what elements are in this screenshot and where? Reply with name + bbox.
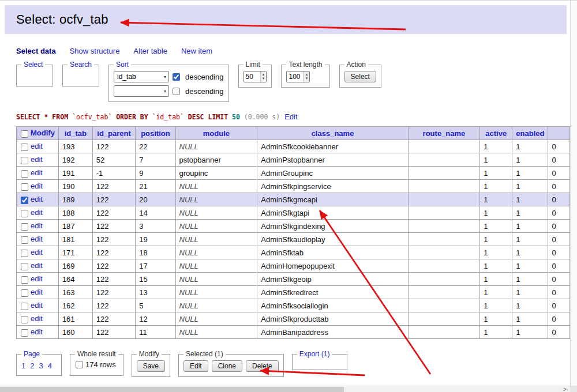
column-header-link[interactable]: module [203, 129, 230, 138]
sort-legend-link[interactable]: Sort [116, 61, 129, 69]
row-checkbox[interactable] [21, 223, 28, 231]
column-header[interactable]: position [136, 127, 175, 140]
column-header[interactable]: module [175, 127, 257, 140]
sort-column-select[interactable]: id_tab ▾ [114, 71, 169, 82]
column-header[interactable]: id_parent [92, 127, 136, 140]
descending-checkbox-2[interactable] [173, 88, 180, 95]
whole-result-checkbox[interactable] [76, 361, 83, 368]
cell-position: 13 [136, 286, 175, 299]
row-checkbox[interactable] [21, 303, 28, 310]
edit-link[interactable]: edit [31, 155, 43, 164]
sort-column-select-2[interactable]: ▾ [114, 85, 169, 97]
column-header[interactable] [548, 127, 570, 140]
edit-link[interactable]: edit [31, 142, 43, 150]
nav-select-data[interactable]: Select data [16, 47, 56, 55]
column-header[interactable]: active [480, 127, 512, 140]
row-checkbox[interactable] [21, 276, 28, 284]
column-header-link[interactable]: class_name [312, 129, 354, 138]
row-checkbox[interactable] [21, 329, 28, 337]
row-checkbox[interactable] [21, 170, 28, 178]
horizontal-scrollbar-thumb[interactable] [0, 387, 344, 392]
column-header[interactable]: enabled [512, 127, 548, 140]
row-checkbox[interactable] [21, 289, 28, 297]
vertical-scrollbar[interactable] [570, 1, 577, 386]
cell-id_tab: 193 [58, 140, 92, 153]
cell-id_tab: 164 [58, 273, 92, 286]
page-link[interactable]: 1 [21, 361, 25, 370]
scroll-right-arrow-icon[interactable]: > [560, 386, 570, 392]
horizontal-scrollbar[interactable]: > [0, 386, 570, 392]
row-checkbox[interactable] [21, 236, 28, 244]
cell-position: 14 [136, 206, 175, 220]
descending-checkbox-1[interactable] [173, 73, 180, 81]
edit-link[interactable]: edit [31, 248, 43, 257]
spin-down-icon[interactable]: ▼ [262, 77, 265, 81]
nav-new-item[interactable]: New item [181, 47, 212, 55]
cell-extra: 0 [548, 206, 570, 220]
column-header-link[interactable]: id_tab [65, 129, 87, 138]
row-checkbox[interactable] [21, 250, 28, 257]
page-link[interactable]: 2 [30, 361, 34, 370]
edit-link[interactable]: edit [31, 261, 43, 270]
edit-link[interactable]: edit [31, 301, 43, 310]
save-button[interactable]: Save [137, 360, 165, 372]
column-header-link[interactable]: enabled [516, 129, 544, 138]
row-checkbox[interactable] [21, 183, 28, 191]
edit-link[interactable]: edit [31, 274, 43, 283]
search-legend-link[interactable]: Search [70, 61, 92, 69]
cell-active: 1 [480, 299, 512, 312]
select-all-checkbox[interactable] [21, 130, 28, 138]
column-header-link[interactable]: position [141, 129, 170, 138]
cell-route_name [408, 153, 480, 167]
row-checkbox[interactable] [21, 210, 28, 217]
edit-query-link[interactable]: Edit [284, 112, 297, 121]
column-header[interactable]: class_name [257, 127, 408, 140]
column-header-link[interactable]: route_name [423, 129, 466, 138]
row-checkbox[interactable] [21, 263, 28, 270]
edit-link[interactable]: edit [31, 327, 43, 336]
spin-down-icon[interactable]: ▼ [305, 77, 308, 81]
spin-up-icon[interactable]: ▲ [305, 73, 308, 77]
row-checkbox[interactable] [21, 316, 28, 323]
cell-route_name [408, 220, 480, 233]
export-legend-link[interactable]: Export (1) [299, 350, 330, 358]
spinner-icon[interactable]: ▲ ▼ [260, 71, 267, 82]
page-link[interactable]: 4 [48, 361, 52, 370]
page-legend-link[interactable]: Page [24, 350, 40, 358]
row-checkbox[interactable] [21, 144, 28, 151]
row-checkbox[interactable] [21, 197, 28, 204]
column-header-link[interactable]: Modify [31, 129, 55, 137]
text-length-input[interactable] [287, 71, 303, 82]
edit-link[interactable]: edit [31, 195, 43, 203]
delete-button[interactable]: Delete [246, 360, 279, 372]
nav-alter-table[interactable]: Alter table [133, 47, 167, 55]
cell-extra: 0 [548, 233, 570, 246]
cell-active: 1 [480, 180, 512, 193]
column-header[interactable]: route_name [408, 127, 480, 140]
edit-link[interactable]: edit [31, 221, 43, 230]
column-header-link[interactable]: id_parent [97, 129, 131, 138]
clone-button[interactable]: Clone [212, 360, 242, 372]
modify-cell: edit [17, 259, 59, 273]
limit-input[interactable] [244, 71, 260, 82]
select-legend-link[interactable]: Select [24, 61, 43, 69]
column-header[interactable]: id_tab [58, 127, 92, 140]
scrollbar-corner [570, 386, 577, 392]
row-checkbox[interactable] [21, 157, 28, 164]
spin-up-icon[interactable]: ▲ [262, 73, 265, 77]
edit-link[interactable]: edit [31, 288, 43, 296]
header-row: Modifyid_tabid_parentpositionmoduleclass… [17, 127, 570, 140]
column-header-link[interactable]: active [485, 129, 507, 138]
edit-link[interactable]: edit [31, 182, 43, 190]
page-link[interactable]: 3 [39, 361, 43, 370]
nav-show-structure[interactable]: Show structure [70, 47, 120, 55]
select-button[interactable]: Select [344, 71, 376, 82]
edit-link[interactable]: edit [31, 314, 43, 323]
cell-id_tab: 192 [58, 153, 92, 167]
edit-link[interactable]: edit [31, 168, 43, 177]
edit-link[interactable]: edit [31, 208, 43, 217]
column-header-modify[interactable]: Modify [17, 127, 59, 140]
spinner-icon[interactable]: ▲ ▼ [303, 71, 309, 82]
edit-selected-button[interactable]: Edit [183, 360, 208, 372]
edit-link[interactable]: edit [31, 235, 43, 243]
